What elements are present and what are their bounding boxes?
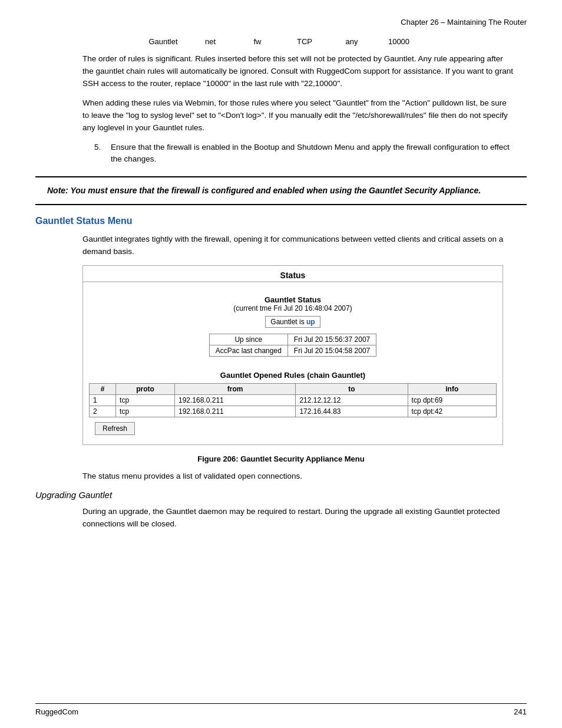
figure-caption: Figure 206: Gauntlet Security Appliance … [82, 454, 480, 463]
status-value-1: Fri Jul 20 15:56:37 2007 [287, 334, 376, 345]
col-header-from: from [174, 384, 295, 395]
status-value-2: Fri Jul 20 15:04:58 2007 [287, 345, 376, 357]
gauntlet-is-label: Gauntlet is [270, 318, 306, 326]
refresh-button[interactable]: Refresh [95, 422, 135, 435]
upgrading-title: Upgrading Gauntlet [35, 490, 527, 500]
status-info-row-1: Up since Fri Jul 20 15:56:37 2007 [209, 334, 376, 345]
gauntlet-is-cell: Gauntlet is up [266, 317, 320, 328]
status-info-table: Up since Fri Jul 20 15:56:37 2007 AccPac… [209, 334, 377, 357]
col-header-to: to [296, 384, 408, 395]
status-box: Status Gauntlet Status (current tme Fri … [82, 265, 503, 445]
rule-row: Gauntlet net fw TCP any 10000 [35, 37, 527, 46]
gauntlet-is-value: up [306, 318, 315, 326]
gauntlet-is-table: Gauntlet is up [265, 316, 320, 328]
rule-col6: 10000 [375, 37, 422, 46]
col-header-proto: proto [116, 384, 175, 395]
rule-col1: Gauntlet [140, 37, 187, 46]
rule-col5: any [328, 37, 375, 46]
footer-right: 241 [514, 707, 527, 716]
status-label-1: Up since [209, 334, 287, 345]
rule-col3: fw [234, 37, 281, 46]
note-text: Note: You must ensure that the firewall … [47, 186, 481, 195]
row1-from: 192.168.0.211 [174, 395, 295, 406]
row1-to: 212.12.12.12 [296, 395, 408, 406]
rule-col2: net [187, 37, 234, 46]
page-header: Chapter 26 – Maintaining The Router [35, 18, 527, 27]
note-box: Note: You must ensure that the firewall … [35, 176, 527, 205]
opened-rules-row-1: 1 tcp 192.168.0.211 212.12.12.12 tcp dpt… [90, 395, 497, 406]
step-5: 5. Ensure that the firewall is enabled i… [94, 141, 515, 166]
row2-proto: tcp [116, 406, 175, 417]
row1-num: 1 [90, 395, 116, 406]
upgrading-text: During an upgrade, the Gauntlet daemon m… [82, 506, 515, 531]
gs-title: Gauntlet Status [95, 295, 491, 304]
row2-info: tcp dpt:42 [408, 406, 496, 417]
body-paragraph-1: The order of rules is significant. Rules… [82, 53, 515, 90]
opened-rules-table: # proto from to info 1 tcp 192.168.0.211… [89, 383, 497, 417]
col-header-num: # [90, 384, 116, 395]
chapter-title: Chapter 26 – Maintaining The Router [401, 18, 527, 27]
row2-to: 172.16.44.83 [296, 406, 408, 417]
upgrading-section: Upgrading Gauntlet During an upgrade, th… [35, 490, 527, 531]
row1-proto: tcp [116, 395, 175, 406]
opened-rules-row-2: 2 tcp 192.168.0.211 172.16.44.83 tcp dpt… [90, 406, 497, 417]
opened-rules-section: Gauntlet Opened Rules (chain Gauntlet) #… [83, 366, 503, 444]
page-footer: RuggedCom 241 [35, 703, 527, 716]
status-label-2: AccPac last changed [209, 345, 287, 357]
col-header-info: info [408, 384, 496, 395]
status-after-text: The status menu provides a list of valid… [82, 470, 515, 483]
row1-info: tcp dpt:69 [408, 395, 496, 406]
status-box-title: Status [83, 266, 503, 282]
gauntlet-status-intro: Gauntlet integrates tightly with the fir… [82, 233, 515, 258]
step-5-number: 5. [94, 141, 106, 166]
status-title-text: Status [280, 271, 306, 280]
status-info-row-2: AccPac last changed Fri Jul 20 15:04:58 … [209, 345, 376, 357]
footer-left: RuggedCom [35, 707, 78, 716]
gs-date: (current tme Fri Jul 20 16:48:04 2007) [95, 304, 491, 312]
gauntlet-status-inner: Gauntlet Status (current tme Fri Jul 20 … [83, 287, 503, 366]
step-5-text: Ensure that the firewall is enabled in t… [111, 141, 515, 166]
rule-col4: TCP [281, 37, 328, 46]
row2-from: 192.168.0.211 [174, 406, 295, 417]
opened-rules-title: Gauntlet Opened Rules (chain Gauntlet) [89, 371, 497, 380]
gauntlet-status-section-title: Gauntlet Status Menu [35, 216, 527, 226]
body-paragraph-2: When adding these rules via Webmin, for … [82, 97, 515, 134]
opened-rules-header-row: # proto from to info [90, 384, 497, 395]
row2-num: 2 [90, 406, 116, 417]
